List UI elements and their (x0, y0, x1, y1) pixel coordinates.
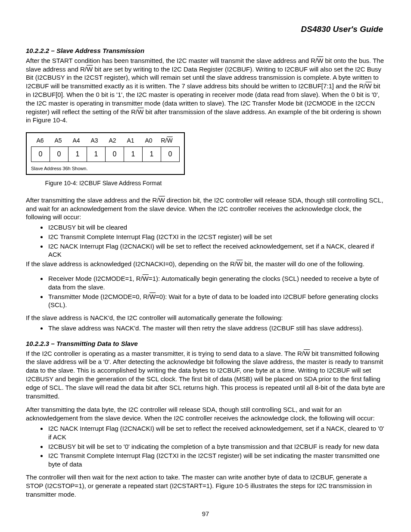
section-heading-2: 10.2.2.3 – Transmitting Data to Slave (26, 339, 385, 348)
text: Transmitter Mode (I2CMODE=0, R/ (48, 293, 149, 300)
col-cell: 1 (124, 146, 143, 162)
spacer (26, 470, 385, 473)
list-item: I2C NACK Interrupt Flag (I2CNACKI) will … (47, 424, 385, 442)
text: If the slave address is acknowledged (I2… (26, 260, 237, 268)
paragraph-last: The controller will then wait for the ne… (26, 473, 385, 498)
list-item: Receiver Mode (I2CMODE=1, R/W=1): Automa… (47, 274, 385, 292)
rw-bit: W (143, 275, 149, 282)
figure-number: Figure 10-4: (45, 180, 78, 187)
list-item: I2CBUSY bit will be cleared (47, 223, 385, 232)
col-cell: 0 (31, 146, 50, 162)
rw-bit: W (304, 350, 310, 357)
col-cell: 0 (161, 146, 180, 162)
bullet-list-b: Receiver Mode (I2CMODE=1, R/W=1): Automa… (26, 274, 385, 309)
col-hdr-rw: R/W (158, 137, 176, 146)
text: bit transmitted following the slave addr… (26, 350, 385, 400)
text: After the START condition has been trans… (26, 57, 317, 64)
col-hdr: A4 (67, 137, 85, 146)
bullet-list-d: I2C NACK Interrupt Flag (I2CNACKI) will … (26, 424, 385, 469)
spacer (26, 333, 385, 339)
spacer (26, 402, 385, 405)
col-cell: 1 (142, 146, 161, 162)
text: bit, the master will do one of the follo… (243, 260, 364, 268)
col-hdr: A2 (103, 137, 121, 146)
figure-label: I2CBUF Slave Address Format (79, 180, 162, 187)
document-title: DS4830 User's Guide (26, 24, 385, 34)
page-number: 97 (26, 510, 385, 518)
col-hdr: A3 (85, 137, 103, 146)
col-hdr: A1 (121, 137, 140, 146)
list-item: Transmitter Mode (I2CMODE=0, R/W=0): Wai… (47, 292, 385, 310)
rw-bit: W (159, 196, 165, 204)
col-cell: 1 (68, 146, 87, 162)
rw-bit: W (87, 65, 93, 73)
col-hdr: A0 (140, 137, 158, 146)
figure-10-4: A6 A5 A4 A3 A2 A1 A0 R/W 0 0 1 1 0 1 1 0… (26, 132, 385, 187)
col-cell: 1 (87, 146, 106, 162)
list-item: I2C Transmit Complete Interrupt Flag (I2… (47, 233, 385, 241)
figure-caption: Figure 10-4: I2CBUF Slave Address Format (26, 179, 181, 187)
paragraph-slave-address: After the START condition has been trans… (26, 56, 385, 124)
text: If the I2C controller is operating as a … (26, 350, 304, 357)
spacer (26, 310, 385, 314)
figure-inner-caption: Slave Address 36h Shown. (31, 162, 180, 172)
list-item: I2C NACK Interrupt Flag (I2CNACKI) will … (47, 242, 385, 259)
figure-data-row: 0 0 1 1 0 1 1 0 (31, 146, 180, 162)
list-item: I2CBUSY bit will be set to '0' indicatin… (47, 442, 385, 451)
paragraph-nack: If the slave address is NACK'd, the I2C … (26, 314, 385, 322)
paragraph-tx1: If the I2C controller is operating as a … (26, 349, 385, 401)
rw-bit: W (365, 82, 371, 90)
col-cell: 0 (50, 146, 68, 162)
col-hdr: A6 (31, 137, 49, 146)
text: After transmitting the slave address and… (26, 196, 159, 204)
figure-box: A6 A5 A4 A3 A2 A1 A0 R/W 0 0 1 1 0 1 1 0… (26, 132, 185, 175)
paragraph-acked: If the slave address is acknowledged (I2… (26, 260, 385, 268)
rw-bit: W (317, 57, 323, 64)
rw-bit: W (237, 260, 243, 268)
list-item: I2C Transmit Complete Interrupt Flag (I2… (47, 451, 385, 469)
bullet-list-c: The slave address was NACK'd. The master… (26, 324, 385, 333)
paragraph-tx2: After transmitting the data byte, the I2… (26, 405, 385, 423)
figure-header-row: A6 A5 A4 A3 A2 A1 A0 R/W (31, 137, 180, 146)
spacer (26, 270, 385, 274)
rw-bit: W (137, 108, 143, 115)
text: Receiver Mode (I2CMODE=1, R/ (48, 275, 143, 282)
col-cell: 0 (105, 146, 124, 162)
rw-bit: W (149, 293, 156, 300)
col-hdr: A5 (49, 137, 67, 146)
list-item: The slave address was NACK'd. The master… (47, 324, 385, 333)
bullet-list-a: I2CBUSY bit will be cleared I2C Transmit… (26, 223, 385, 259)
paragraph-after-fig: After transmitting the slave address and… (26, 196, 385, 221)
section-heading-1: 10.2.2.2 – Slave Address Transmission (26, 47, 385, 55)
page: DS4830 User's Guide 10.2.2.2 – Slave Add… (0, 0, 411, 532)
